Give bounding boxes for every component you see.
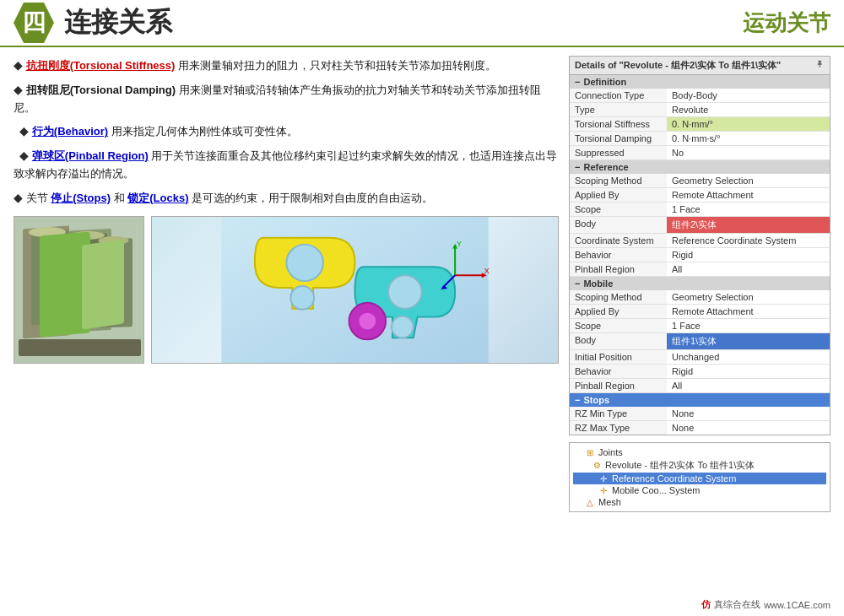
minus-icon-mobile: − xyxy=(575,278,580,289)
minus-icon-reference: − xyxy=(575,162,580,172)
paragraph-5: ◆ 关节 停止(Stops) 和 锁定(Locks) 是可选的约束，用于限制相对… xyxy=(14,188,559,208)
section-mobile-label: Mobile xyxy=(583,278,613,289)
row-ref-pinball: Pinball Region All xyxy=(570,262,830,277)
label-mob-initial-position: Initial Position xyxy=(570,350,667,364)
details-title-text: Details of "Revolute - 组件2\实体 To 组件1\实体" xyxy=(575,59,781,72)
label-ref-pinball: Pinball Region xyxy=(570,262,667,276)
row-ref-scoping-method: Scoping Method Geometry Selection xyxy=(570,174,830,188)
value-ref-body: 组件2\实体 xyxy=(667,217,830,233)
mesh-icon: △ xyxy=(585,497,595,507)
svg-point-13 xyxy=(388,275,422,309)
page-subtitle: 运动关节 xyxy=(743,8,830,38)
footer-url: www.1CAE.com xyxy=(764,600,830,610)
diamond-2: ◆ xyxy=(14,83,23,96)
footer-text: 真综合在线 xyxy=(714,598,760,611)
row-ref-body: Body 组件2\实体 xyxy=(570,217,830,234)
value-mob-body: 组件1\实体 xyxy=(667,333,830,349)
label-ref-body: Body xyxy=(570,217,667,233)
label-mob-scoping-method: Scoping Method xyxy=(570,290,667,304)
row-connection-type: Connection Type Body-Body xyxy=(570,89,830,103)
row-mob-behavior: Behavior Rigid xyxy=(570,365,830,379)
section-reference-header: − Reference xyxy=(570,160,830,174)
left-panel: ◆ 抗扭刚度(Torsional Stiffness) 用来测量轴对扭力的阻力，… xyxy=(14,56,559,608)
row-rz-max-type: RZ Max Type None xyxy=(570,421,830,435)
value-ref-coordinate-system: Reference Coordinate System xyxy=(667,234,830,247)
row-ref-applied-by: Applied By Remote Attachment xyxy=(570,188,830,203)
svg-text:X: X xyxy=(484,267,490,275)
metal-plates-svg xyxy=(14,217,144,364)
section-mobile-header: − Mobile xyxy=(570,277,830,290)
row-mob-body: Body 组件1\实体 xyxy=(570,333,830,350)
value-mob-scoping-method: Geometry Selection xyxy=(667,290,830,304)
value-ref-applied-by: Remote Attachment xyxy=(667,188,830,202)
label-mob-applied-by: Applied By xyxy=(570,305,667,318)
images-row: Y X xyxy=(14,216,559,364)
tree-label-mobile-coord: Mobile Coo... System xyxy=(612,485,701,495)
joint-shapes-svg: Y X xyxy=(152,217,558,363)
label-type: Type xyxy=(570,103,667,116)
revolute-icon: ⚙ xyxy=(592,461,602,471)
svg-point-16 xyxy=(359,312,376,329)
value-mob-behavior: Rigid xyxy=(667,365,830,378)
row-rz-min-type: RZ Min Type None xyxy=(570,407,830,421)
svg-point-11 xyxy=(286,244,322,280)
row-type: Type Revolute xyxy=(570,103,830,117)
value-connection-type: Body-Body xyxy=(667,89,830,102)
tree-row-ref-coord[interactable]: ✛ Reference Coordinate System xyxy=(573,473,826,484)
text-p5-mid: 和 xyxy=(114,192,125,204)
value-type: Revolute xyxy=(667,103,830,116)
paragraph-4: ◆ 弹球区(Pinball Region) 用于关节连接面重合及其他位移约束引起… xyxy=(14,146,559,183)
mobile-coord-icon: ✛ xyxy=(598,485,609,495)
minus-icon-definition: − xyxy=(575,77,580,87)
section-definition-header: − Definition xyxy=(570,75,830,89)
page-header: 四 连接关系 运动关节 xyxy=(0,0,844,47)
pin-icon: 🖈 xyxy=(815,59,825,72)
label-connection-type: Connection Type xyxy=(570,89,667,102)
label-ref-scoping-method: Scoping Method xyxy=(570,174,667,187)
tree-label-mesh: Mesh xyxy=(598,497,621,507)
label-ref-coordinate-system: Coordinate System xyxy=(570,234,667,247)
row-ref-coordinate-system: Coordinate System Reference Coordinate S… xyxy=(570,234,830,248)
value-ref-pinball: All xyxy=(667,262,830,276)
value-mob-scope: 1 Face xyxy=(667,319,830,332)
section-reference-label: Reference xyxy=(583,162,628,172)
highlight-torsional-damping: 扭转阻尼(Torsional Damping) xyxy=(26,84,176,96)
text-p5-rest: 是可选的约束，用于限制相对自由度的自由运动。 xyxy=(192,192,433,204)
highlight-stops: 停止(Stops) xyxy=(51,192,111,204)
tree-row-mesh: △ Mesh xyxy=(573,496,826,508)
row-torsional-damping: Torsional Damping 0. N·mm·s/° xyxy=(570,132,830,146)
value-rz-max-type: None xyxy=(667,421,830,435)
svg-rect-4 xyxy=(78,233,107,319)
value-ref-scope: 1 Face xyxy=(667,203,830,216)
highlight-torsional-stiffness: 抗扭刚度(Torsional Stiffness) xyxy=(26,59,176,72)
joints-icon: ⊞ xyxy=(585,447,595,457)
image-metal-plates xyxy=(14,216,144,364)
footer-watermark: 仿 真综合在线 www.1CAE.com xyxy=(701,598,830,611)
svg-point-12 xyxy=(290,286,314,310)
label-ref-behavior: Behavior xyxy=(570,248,667,262)
label-rz-min-type: RZ Min Type xyxy=(570,407,667,420)
svg-point-14 xyxy=(392,316,414,338)
value-mob-initial-position: Unchanged xyxy=(667,350,830,364)
diamond-3: ◆ xyxy=(19,124,29,138)
svg-rect-9 xyxy=(19,339,141,356)
paragraph-2: ◆ 扭转阻尼(Torsional Damping) 用来测量对轴或沿转轴体产生角… xyxy=(14,80,559,117)
label-mob-body: Body xyxy=(570,333,667,349)
paragraph-1: ◆ 抗扭刚度(Torsional Stiffness) 用来测量轴对扭力的阻力，… xyxy=(14,56,559,75)
row-mob-initial-position: Initial Position Unchanged xyxy=(570,350,830,365)
label-ref-scope: Scope xyxy=(570,203,667,216)
tree-label-joints: Joints xyxy=(598,447,623,457)
highlight-behavior: 行为(Behavior) xyxy=(32,125,108,138)
value-ref-scoping-method: Geometry Selection xyxy=(667,174,830,187)
text-p3: 用来指定几何体为刚性体或可变性体。 xyxy=(111,125,298,138)
row-torsional-stiffness: Torsional Stiffness 0. N·mm/° xyxy=(570,117,830,132)
text-p1: 用来测量轴对扭力的阻力，只对柱关节和扭转关节添加扭转刚度。 xyxy=(178,59,496,72)
row-mob-pinball: Pinball Region All xyxy=(570,379,830,393)
row-ref-scope: Scope 1 Face xyxy=(570,203,830,217)
value-rz-min-type: None xyxy=(667,407,830,420)
section-stops-header: − Stops xyxy=(570,393,830,407)
row-mob-scoping-method: Scoping Method Geometry Selection xyxy=(570,290,830,305)
tree-label-ref-coord: Reference Coordinate System xyxy=(612,473,736,484)
label-mob-behavior: Behavior xyxy=(570,365,667,378)
tree-label-revolute: Revolute - 组件2\实体 To 组件1\实体 xyxy=(605,459,755,472)
